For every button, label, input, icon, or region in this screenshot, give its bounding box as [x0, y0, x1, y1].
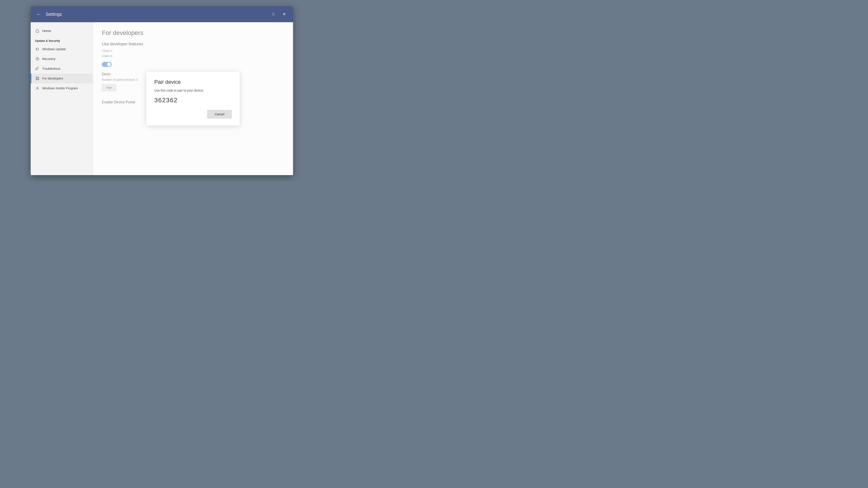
title-bar: ← Settings ✕	[31, 6, 293, 22]
sidebar: Home Update & Security Windows Update Re…	[31, 22, 93, 175]
sidebar-item-windows-insider[interactable]: Windows Insider Program	[31, 83, 93, 93]
svg-rect-4	[36, 79, 37, 80]
pair-device-dialog: Pair device Use this code to pair to you…	[146, 72, 240, 126]
svg-rect-3	[38, 77, 39, 78]
wrench-icon	[35, 66, 39, 71]
dialog-actions: Cancel	[154, 110, 232, 119]
grid-icon	[35, 76, 39, 81]
sidebar-item-windows-update[interactable]: Windows Update	[31, 44, 93, 54]
pair-code: 362362	[154, 97, 232, 104]
window-title: Settings	[46, 12, 269, 17]
svg-rect-0	[273, 13, 275, 15]
person-icon	[35, 86, 39, 91]
content-area: Home Update & Security Windows Update Re…	[31, 22, 293, 175]
settings-window: ← Settings ✕ Home Update & Security	[31, 6, 293, 175]
home-label: Home	[42, 29, 51, 33]
troubleshoot-label: Troubleshoot	[42, 67, 60, 70]
svg-rect-5	[38, 79, 39, 80]
sidebar-section-title: Update & Security	[31, 36, 93, 44]
modal-overlay: Pair device Use this code to pair to you…	[93, 22, 293, 175]
close-button[interactable]: ✕	[280, 10, 288, 19]
sidebar-item-recovery[interactable]: Recovery	[31, 54, 93, 64]
main-content: For developers Use developer features Th…	[93, 22, 293, 175]
cancel-button[interactable]: Cancel	[207, 110, 232, 119]
refresh-icon	[35, 47, 39, 51]
recovery-label: Recovery	[42, 57, 55, 61]
restore-icon	[272, 12, 276, 16]
back-button[interactable]: ←	[35, 11, 42, 18]
dialog-message: Use this code to pair to your device:	[154, 89, 232, 92]
windows-insider-label: Windows Insider Program	[42, 87, 78, 90]
restore-button[interactable]	[269, 10, 278, 19]
for-developers-label: For developers	[42, 77, 63, 80]
window-controls: ✕	[269, 10, 288, 19]
clock-icon	[35, 57, 39, 61]
dialog-title: Pair device	[154, 79, 232, 85]
home-icon	[35, 28, 39, 33]
windows-update-label: Windows Update	[42, 47, 66, 51]
sidebar-item-for-developers[interactable]: For developers	[31, 73, 93, 83]
svg-point-6	[37, 87, 38, 88]
sidebar-item-home[interactable]: Home	[31, 26, 93, 36]
svg-rect-2	[36, 77, 37, 78]
sidebar-item-troubleshoot[interactable]: Troubleshoot	[31, 64, 93, 73]
